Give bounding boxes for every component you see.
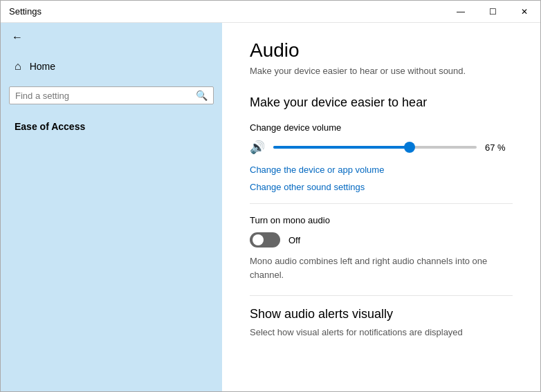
title-bar-controls: — ☐ ✕ — [445, 1, 540, 23]
slider-track — [273, 146, 477, 149]
main-layout: ← ⌂ Home 🔍 Ease of Access Audio Make you… — [1, 23, 540, 391]
volume-slider[interactable] — [273, 140, 477, 154]
toggle-state-label: Off — [288, 235, 300, 245]
close-button[interactable]: ✕ — [508, 1, 540, 23]
search-box[interactable]: 🔍 — [9, 86, 214, 104]
maximize-button[interactable]: ☐ — [477, 1, 508, 23]
volume-label: Change device volume — [250, 122, 513, 133]
search-icon: 🔍 — [196, 90, 208, 101]
back-arrow-icon: ← — [12, 31, 23, 44]
slider-fill — [273, 146, 410, 149]
toggle-knob — [253, 234, 264, 245]
mono-audio-section: Turn on mono audio Off Mono audio combin… — [250, 215, 513, 281]
change-sound-settings-link[interactable]: Change other sound settings — [250, 182, 365, 192]
section1-title: Make your device easier to hear — [250, 95, 513, 110]
slider-thumb[interactable] — [404, 142, 415, 153]
divider1 — [250, 203, 513, 204]
content-area: Audio Make your device easier to hear or… — [222, 23, 540, 391]
mono-title: Turn on mono audio — [250, 215, 513, 225]
volume-icon: 🔊 — [250, 140, 265, 155]
home-icon: ⌂ — [15, 60, 21, 73]
mono-toggle[interactable] — [250, 232, 280, 248]
divider2 — [250, 295, 513, 296]
minimize-button[interactable]: — — [445, 1, 477, 23]
sidebar-item-home[interactable]: ⌂ Home — [1, 52, 222, 81]
title-bar: Settings — ☐ ✕ — [1, 1, 540, 23]
volume-row: 🔊 67 % — [250, 140, 513, 155]
mono-toggle-row: Off — [250, 232, 513, 248]
home-label: Home — [30, 61, 55, 72]
title-bar-left: Settings — [6, 6, 42, 17]
change-device-app-volume-link[interactable]: Change the device or app volume — [250, 165, 384, 175]
back-button[interactable]: ← — [1, 23, 222, 52]
search-input[interactable] — [15, 91, 192, 101]
sidebar-section-label: Ease of Access — [1, 110, 222, 138]
volume-value: 67 % — [485, 142, 513, 153]
section2-sub: Select how visual alerts for notificatio… — [250, 327, 513, 337]
page-title: Audio — [250, 39, 513, 62]
section2-title: Show audio alerts visually — [250, 307, 513, 321]
mono-description: Mono audio combines left and right audio… — [250, 254, 513, 281]
page-subtitle: Make your device easier to hear or use w… — [250, 66, 513, 76]
sidebar: ← ⌂ Home 🔍 Ease of Access — [1, 23, 222, 391]
title-bar-title: Settings — [9, 6, 42, 17]
